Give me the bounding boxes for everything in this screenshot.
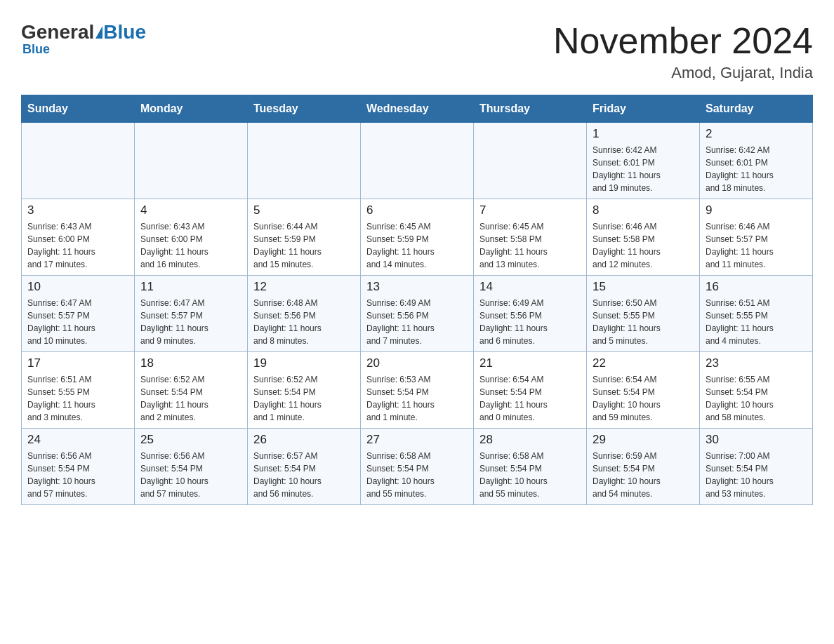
day-number: 17	[27, 356, 128, 370]
day-number: 28	[479, 433, 581, 447]
day-number: 1	[593, 127, 694, 141]
day-info: Sunrise: 6:49 AM Sunset: 5:56 PM Dayligh…	[366, 297, 468, 347]
day-number: 7	[479, 203, 581, 217]
calendar-cell: 14Sunrise: 6:49 AM Sunset: 5:56 PM Dayli…	[474, 276, 587, 352]
day-number: 21	[479, 356, 581, 370]
title-area: November 2024 Amod, Gujarat, India	[553, 21, 813, 82]
day-number: 15	[593, 280, 694, 294]
day-number: 22	[593, 356, 694, 370]
calendar-week-4: 17Sunrise: 6:51 AM Sunset: 5:55 PM Dayli…	[22, 352, 813, 429]
day-number: 23	[706, 356, 807, 370]
day-info: Sunrise: 6:57 AM Sunset: 5:54 PM Dayligh…	[253, 450, 355, 500]
calendar-cell: 29Sunrise: 6:59 AM Sunset: 5:54 PM Dayli…	[587, 429, 700, 505]
day-info: Sunrise: 6:55 AM Sunset: 5:54 PM Dayligh…	[706, 373, 807, 424]
day-info: Sunrise: 6:50 AM Sunset: 5:55 PM Dayligh…	[593, 297, 694, 347]
calendar-week-3: 10Sunrise: 6:47 AM Sunset: 5:57 PM Dayli…	[22, 276, 813, 352]
calendar-cell: 6Sunrise: 6:45 AM Sunset: 5:59 PM Daylig…	[361, 199, 474, 276]
calendar-cell: 3Sunrise: 6:43 AM Sunset: 6:00 PM Daylig…	[22, 199, 135, 276]
day-number: 27	[366, 433, 468, 447]
calendar-cell: 2Sunrise: 6:42 AM Sunset: 6:01 PM Daylig…	[700, 123, 813, 199]
day-number: 12	[253, 280, 355, 294]
calendar-cell: 30Sunrise: 7:00 AM Sunset: 5:54 PM Dayli…	[700, 429, 813, 505]
day-info: Sunrise: 6:58 AM Sunset: 5:54 PM Dayligh…	[479, 450, 581, 500]
day-header-thursday: Thursday	[474, 95, 587, 123]
calendar-week-5: 24Sunrise: 6:56 AM Sunset: 5:54 PM Dayli…	[22, 429, 813, 505]
page-title: November 2024	[553, 21, 813, 61]
calendar-cell	[135, 123, 248, 199]
day-info: Sunrise: 6:52 AM Sunset: 5:54 PM Dayligh…	[253, 373, 355, 424]
day-info: Sunrise: 6:46 AM Sunset: 5:57 PM Dayligh…	[706, 220, 807, 271]
day-number: 29	[593, 433, 694, 447]
day-number: 19	[253, 356, 355, 370]
day-info: Sunrise: 6:45 AM Sunset: 5:59 PM Dayligh…	[366, 220, 468, 271]
day-info: Sunrise: 6:51 AM Sunset: 5:55 PM Dayligh…	[27, 373, 128, 424]
logo-general-text: General	[21, 21, 94, 43]
day-info: Sunrise: 6:48 AM Sunset: 5:56 PM Dayligh…	[253, 297, 355, 347]
day-info: Sunrise: 6:49 AM Sunset: 5:56 PM Dayligh…	[479, 297, 581, 347]
day-number: 10	[27, 280, 128, 294]
day-number: 24	[27, 433, 128, 447]
calendar-cell: 4Sunrise: 6:43 AM Sunset: 6:00 PM Daylig…	[135, 199, 248, 276]
day-info: Sunrise: 6:47 AM Sunset: 5:57 PM Dayligh…	[140, 297, 241, 347]
day-number: 11	[140, 280, 241, 294]
calendar-cell: 19Sunrise: 6:52 AM Sunset: 5:54 PM Dayli…	[248, 352, 361, 429]
calendar-cell: 11Sunrise: 6:47 AM Sunset: 5:57 PM Dayli…	[135, 276, 248, 352]
day-info: Sunrise: 6:59 AM Sunset: 5:54 PM Dayligh…	[593, 450, 694, 500]
calendar-cell: 16Sunrise: 6:51 AM Sunset: 5:55 PM Dayli…	[700, 276, 813, 352]
day-number: 25	[140, 433, 241, 447]
calendar-cell: 22Sunrise: 6:54 AM Sunset: 5:54 PM Dayli…	[587, 352, 700, 429]
calendar-cell: 10Sunrise: 6:47 AM Sunset: 5:57 PM Dayli…	[22, 276, 135, 352]
day-info: Sunrise: 6:52 AM Sunset: 5:54 PM Dayligh…	[140, 373, 241, 424]
day-header-monday: Monday	[135, 95, 248, 123]
calendar-cell	[248, 123, 361, 199]
day-number: 26	[253, 433, 355, 447]
day-number: 2	[706, 127, 807, 141]
day-info: Sunrise: 6:56 AM Sunset: 5:54 PM Dayligh…	[140, 450, 241, 500]
logo-blue-text: Blue	[103, 21, 146, 43]
day-info: Sunrise: 6:58 AM Sunset: 5:54 PM Dayligh…	[366, 450, 468, 500]
day-number: 5	[253, 203, 355, 217]
calendar-cell: 12Sunrise: 6:48 AM Sunset: 5:56 PM Dayli…	[248, 276, 361, 352]
day-number: 14	[479, 280, 581, 294]
day-number: 8	[593, 203, 694, 217]
calendar-cell: 7Sunrise: 6:45 AM Sunset: 5:58 PM Daylig…	[474, 199, 587, 276]
calendar-week-1: 1Sunrise: 6:42 AM Sunset: 6:01 PM Daylig…	[22, 123, 813, 199]
day-info: Sunrise: 6:43 AM Sunset: 6:00 PM Dayligh…	[27, 220, 128, 271]
day-info: Sunrise: 6:45 AM Sunset: 5:58 PM Dayligh…	[479, 220, 581, 271]
calendar-cell: 8Sunrise: 6:46 AM Sunset: 5:58 PM Daylig…	[587, 199, 700, 276]
calendar-cell: 25Sunrise: 6:56 AM Sunset: 5:54 PM Dayli…	[135, 429, 248, 505]
day-number: 16	[706, 280, 807, 294]
day-header-friday: Friday	[587, 95, 700, 123]
calendar-cell: 5Sunrise: 6:44 AM Sunset: 5:59 PM Daylig…	[248, 199, 361, 276]
calendar-cell: 13Sunrise: 6:49 AM Sunset: 5:56 PM Dayli…	[361, 276, 474, 352]
calendar-table: SundayMondayTuesdayWednesdayThursdayFrid…	[21, 95, 813, 505]
day-number: 9	[706, 203, 807, 217]
day-info: Sunrise: 6:42 AM Sunset: 6:01 PM Dayligh…	[593, 144, 694, 194]
calendar-week-2: 3Sunrise: 6:43 AM Sunset: 6:00 PM Daylig…	[22, 199, 813, 276]
calendar-cell: 26Sunrise: 6:57 AM Sunset: 5:54 PM Dayli…	[248, 429, 361, 505]
day-number: 6	[366, 203, 468, 217]
calendar-header-row: SundayMondayTuesdayWednesdayThursdayFrid…	[22, 95, 813, 123]
day-info: Sunrise: 7:00 AM Sunset: 5:54 PM Dayligh…	[706, 450, 807, 500]
logo-underline: Blue	[22, 42, 50, 57]
day-number: 3	[27, 203, 128, 217]
calendar-cell	[361, 123, 474, 199]
calendar-cell: 17Sunrise: 6:51 AM Sunset: 5:55 PM Dayli…	[22, 352, 135, 429]
calendar-cell: 9Sunrise: 6:46 AM Sunset: 5:57 PM Daylig…	[700, 199, 813, 276]
day-number: 13	[366, 280, 468, 294]
day-info: Sunrise: 6:46 AM Sunset: 5:58 PM Dayligh…	[593, 220, 694, 271]
logo-triangle-icon	[95, 26, 102, 39]
day-header-sunday: Sunday	[22, 95, 135, 123]
day-info: Sunrise: 6:56 AM Sunset: 5:54 PM Dayligh…	[27, 450, 128, 500]
day-number: 18	[140, 356, 241, 370]
calendar-cell: 1Sunrise: 6:42 AM Sunset: 6:01 PM Daylig…	[587, 123, 700, 199]
calendar-cell	[22, 123, 135, 199]
logo: General Blue Blue	[21, 21, 146, 57]
calendar-cell: 23Sunrise: 6:55 AM Sunset: 5:54 PM Dayli…	[700, 352, 813, 429]
calendar-cell: 28Sunrise: 6:58 AM Sunset: 5:54 PM Dayli…	[474, 429, 587, 505]
day-info: Sunrise: 6:51 AM Sunset: 5:55 PM Dayligh…	[706, 297, 807, 347]
day-info: Sunrise: 6:44 AM Sunset: 5:59 PM Dayligh…	[253, 220, 355, 271]
day-info: Sunrise: 6:43 AM Sunset: 6:00 PM Dayligh…	[140, 220, 241, 271]
day-info: Sunrise: 6:53 AM Sunset: 5:54 PM Dayligh…	[366, 373, 468, 424]
page-header: General Blue Blue November 2024 Amod, Gu…	[21, 21, 813, 82]
